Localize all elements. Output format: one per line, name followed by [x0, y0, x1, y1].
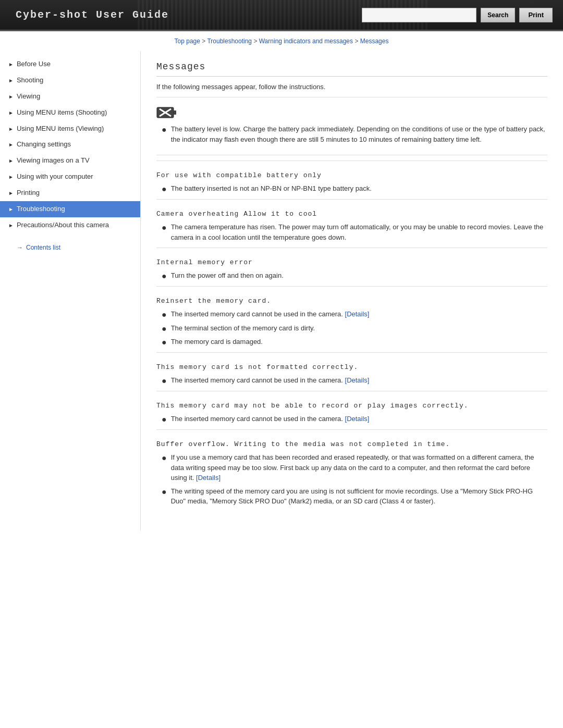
arrow-icon: ► — [8, 61, 14, 68]
breadcrumb: Top page > Troubleshooting > Warning ind… — [0, 31, 563, 51]
battery-section: ● The battery level is low. Charge the b… — [156, 106, 547, 155]
section-title-may-not-record: This memory card may not be able to reco… — [156, 397, 547, 410]
sidebar-item-label: Printing — [17, 189, 40, 198]
bullet-may-not-record: ● The inserted memory card cannot be use… — [156, 414, 547, 424]
sidebar-item-precautions[interactable]: ► Precautions/About this camera — [0, 217, 140, 233]
arrow-right-icon: → — [17, 244, 23, 251]
bullet-reinsert-2: ● The terminal section of the memory car… — [156, 323, 547, 334]
sidebar-item-label: Viewing images on a TV — [17, 156, 90, 165]
arrow-icon: ► — [8, 126, 14, 132]
section-title-not-formatted: This memory card is not formatted correc… — [156, 358, 547, 371]
arrow-icon: ► — [8, 190, 14, 196]
bullet-compatible-battery: ● The battery inserted is not an NP-BN o… — [156, 183, 547, 194]
breadcrumb-sep2: > — [253, 38, 259, 45]
sidebar-item-shooting[interactable]: ► Shooting — [0, 72, 140, 89]
section-title-buffer-overflow: Buffer overflow. Writing to the media wa… — [156, 435, 547, 448]
sidebar-item-before-use[interactable]: ► Before Use — [0, 56, 140, 72]
bullet-text: The battery inserted is not an NP-BN or … — [171, 183, 547, 194]
main-layout: ► Before Use ► Shooting ► Viewing ► Usin… — [0, 51, 563, 530]
bullet-internal-memory: ● Turn the power off and then on again. — [156, 270, 547, 281]
sidebar-item-label: Using with your computer — [17, 172, 93, 181]
section-title-internal-memory: Internal memory error — [156, 253, 547, 266]
sidebar-item-viewing[interactable]: ► Viewing — [0, 89, 140, 105]
sidebar-item-menu-viewing[interactable]: ► Using MENU items (Viewing) — [0, 121, 140, 137]
search-input[interactable] — [362, 8, 476, 22]
sidebar-item-label: Troubleshooting — [17, 205, 65, 214]
section-title-reinsert: Reinsert the memory card. — [156, 292, 547, 305]
battery-bullet: ● The battery level is low. Charge the b… — [156, 124, 547, 144]
bullet-text: The inserted memory card cannot be used … — [171, 309, 547, 319]
contents-link-label: Contents list — [26, 244, 60, 251]
section-title-overheat: Camera overheating Allow it to cool — [156, 205, 547, 218]
bullet-reinsert-1: ● The inserted memory card cannot be use… — [156, 309, 547, 319]
page-title: Messages — [156, 61, 547, 77]
breadcrumb-sep1: > — [202, 38, 207, 45]
bullet-buffer-2: ● The writing speed of the memory card y… — [156, 486, 547, 507]
section-buffer-overflow: Buffer overflow. Writing to the media wa… — [156, 429, 547, 507]
print-button[interactable]: Print — [519, 8, 553, 22]
arrow-icon: ► — [8, 206, 14, 213]
bullet-not-formatted: ● The inserted memory card cannot be use… — [156, 375, 547, 386]
details-link-buffer[interactable]: [Details] — [196, 474, 221, 482]
section-not-formatted: This memory card is not formatted correc… — [156, 352, 547, 386]
bullet-icon: ● — [162, 487, 167, 497]
battery-icon-area — [156, 106, 547, 121]
bullet-icon: ● — [162, 125, 167, 134]
details-link-not-formatted[interactable]: [Details] — [345, 376, 370, 384]
section-internal-memory: Internal memory error ● Turn the power o… — [156, 248, 547, 281]
bullet-icon: ● — [162, 310, 167, 319]
sidebar-item-menu-shooting[interactable]: ► Using MENU items (Shooting) — [0, 105, 140, 121]
breadcrumb-warning[interactable]: Warning indicators and messages — [259, 38, 353, 45]
arrow-icon: ► — [8, 157, 14, 164]
breadcrumb-sep3: > — [354, 38, 360, 45]
details-link-may-not-record[interactable]: [Details] — [345, 415, 370, 423]
sidebar-item-label: Using MENU items (Shooting) — [17, 108, 107, 117]
sidebar-item-changing-settings[interactable]: ► Changing settings — [0, 137, 140, 153]
bullet-text: Turn the power off and then on again. — [171, 270, 547, 281]
details-link-reinsert[interactable]: [Details] — [345, 310, 370, 318]
sidebar: ► Before Use ► Shooting ► Viewing ► Usin… — [0, 51, 141, 530]
sidebar-item-label: Shooting — [17, 76, 43, 85]
bullet-text: The writing speed of the memory card you… — [171, 486, 547, 507]
arrow-icon: ► — [8, 109, 14, 116]
bullet-overheat: ● The camera temperature has risen. The … — [156, 222, 547, 242]
site-title: Cyber-shot User Guide — [0, 9, 169, 21]
bullet-text: The inserted memory card cannot be used … — [171, 375, 547, 386]
sidebar-item-troubleshooting[interactable]: ► Troubleshooting — [0, 201, 140, 217]
content-area: Messages If the following messages appea… — [141, 51, 563, 530]
breadcrumb-toppage[interactable]: Top page — [175, 38, 200, 45]
sidebar-item-computer[interactable]: ► Using with your computer — [0, 169, 140, 185]
sidebar-item-label: Precautions/About this camera — [17, 221, 109, 230]
breadcrumb-messages[interactable]: Messages — [360, 38, 389, 45]
bullet-text: The terminal section of the memory card … — [171, 323, 547, 334]
bullet-icon: ● — [162, 324, 167, 334]
bullet-icon: ● — [162, 376, 167, 386]
arrow-icon: ► — [8, 222, 14, 229]
section-compatible-battery: For use with compatible battery only ● T… — [156, 161, 547, 194]
bullet-text: The camera temperature has risen. The po… — [171, 222, 547, 242]
section-reinsert: Reinsert the memory card. ● The inserted… — [156, 286, 547, 347]
bullet-icon: ● — [162, 414, 167, 424]
contents-list-link[interactable]: → Contents list — [8, 240, 140, 255]
intro-text: If the following messages appear, follow… — [156, 83, 547, 97]
bullet-buffer-1: ● If you use a memory card that has been… — [156, 452, 547, 483]
bullet-text: The memory card is damaged. — [171, 337, 547, 347]
search-button[interactable]: Search — [481, 8, 515, 22]
page-header: Cyber-shot User Guide Search Print — [0, 0, 563, 31]
sidebar-item-printing[interactable]: ► Printing — [0, 185, 140, 201]
arrow-icon: ► — [8, 77, 14, 84]
bullet-reinsert-3: ● The memory card is damaged. — [156, 337, 547, 347]
bullet-icon: ● — [162, 184, 167, 194]
arrow-icon: ► — [8, 93, 14, 100]
header-controls: Search Print — [362, 8, 563, 22]
breadcrumb-troubleshooting[interactable]: Troubleshooting — [207, 38, 252, 45]
bullet-icon: ● — [162, 453, 167, 463]
section-may-not-record: This memory card may not be able to reco… — [156, 391, 547, 424]
sidebar-item-label: Before Use — [17, 60, 51, 69]
bullet-icon: ● — [162, 271, 167, 281]
battery-low-icon — [156, 106, 177, 119]
section-title-compatible-battery: For use with compatible battery only — [156, 166, 547, 179]
sidebar-item-label: Changing settings — [17, 140, 71, 149]
sidebar-item-viewing-tv[interactable]: ► Viewing images on a TV — [0, 153, 140, 169]
sidebar-item-label: Viewing — [17, 92, 40, 101]
